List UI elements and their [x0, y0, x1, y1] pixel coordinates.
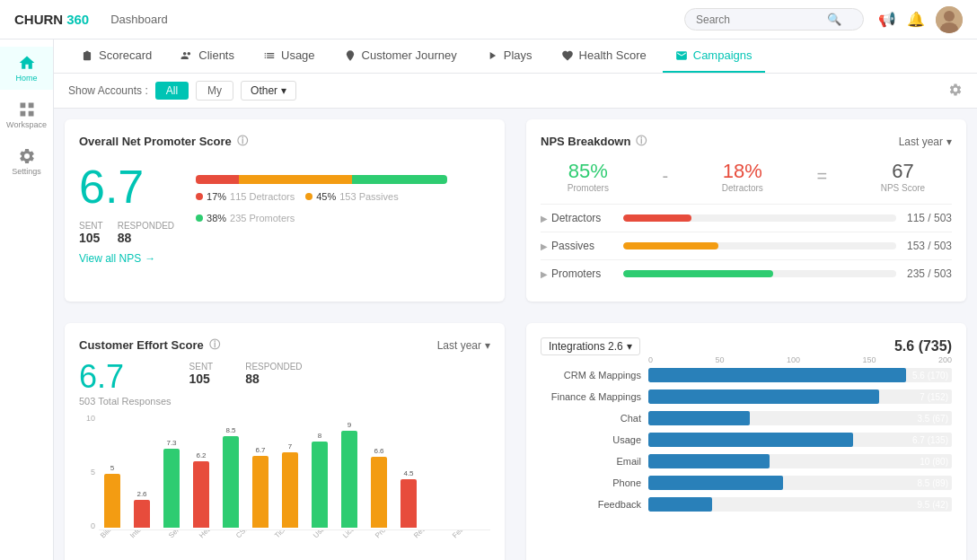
detractors-label: Detractors — [722, 183, 763, 193]
ces-bar-group: 6.2 — [188, 451, 215, 528]
bar-col — [193, 461, 209, 528]
equals-op: = — [816, 166, 827, 187]
bar-value-label: 7.3 — [166, 439, 176, 447]
integrations-select[interactable]: Integrations 2.6 ▾ — [541, 337, 640, 355]
bar-col — [134, 500, 150, 528]
bar-x-label: Feature req... — [451, 530, 490, 549]
bar-value-label: 7 — [288, 442, 292, 451]
h-bar-label: Finance & Mappings — [541, 391, 648, 402]
bar-value-label: 6.7 — [255, 446, 265, 454]
breakdown-row-label[interactable]: ▶ Promoters — [541, 267, 612, 280]
h-bar-value: 3.5 (67) — [918, 414, 948, 424]
breakdown-row: ▶ Passives 153 / 503 — [541, 232, 952, 259]
breakdown-count: 235 / 503 — [907, 267, 952, 280]
responded-label: RESPONDED — [118, 221, 174, 231]
bar-value-label: 9 — [348, 421, 351, 429]
filter-settings-icon[interactable] — [948, 83, 963, 100]
bar-red — [196, 175, 239, 184]
ces-period-selector[interactable]: Last year ▾ — [437, 339, 490, 352]
ces-bar-group: 7 — [277, 442, 304, 528]
bar-col — [312, 442, 328, 528]
search-bar[interactable]: 🔍 — [684, 8, 864, 31]
h-bar-value: 5.6 (170) — [912, 371, 948, 381]
breakdown-bar-wrap — [623, 242, 896, 249]
tab-scorecard[interactable]: Scorecard — [68, 39, 164, 73]
h-bar-wrap: 5.6 (170) — [648, 368, 952, 382]
h-bar-row: Finance & Mappings 7 (152) — [541, 389, 952, 404]
chart-y-10: 10 — [79, 414, 95, 423]
tab-plays-label: Plays — [504, 48, 533, 62]
bar-x-label: Services — [167, 530, 202, 549]
h-bar-label: CRM & Mappings — [541, 370, 648, 381]
period-selector[interactable]: Last year ▾ — [899, 136, 952, 148]
breakdown-row: ▶ Detractors 115 / 503 — [541, 204, 952, 232]
h-bar-label: Email — [541, 456, 648, 467]
legend-promoters-pct: 38% — [207, 213, 226, 223]
nps-score-label: NPS Score — [881, 183, 925, 193]
breakdown-header: NPS Breakdown ⓘ Last year ▾ — [541, 134, 952, 149]
bar-x-label: Product issues — [374, 530, 414, 549]
sidebar-label-workspace: Workspace — [6, 120, 47, 129]
h-bar-row: Usage 6.7 (135) — [541, 433, 952, 447]
btn-my[interactable]: My — [196, 81, 233, 101]
h-bar-wrap: 7 (152) — [648, 389, 952, 404]
h-bar-value: 10 (80) — [920, 457, 948, 467]
sidebar-item-workspace[interactable]: Workspace — [0, 93, 53, 136]
sidebar-item-settings[interactable]: Settings — [0, 140, 53, 183]
bar-col — [400, 479, 417, 528]
tab-scorecard-label: Scorecard — [99, 48, 152, 62]
sidebar-item-home[interactable]: Home — [0, 47, 53, 90]
breakdown-chevron-icon: ▶ — [541, 241, 548, 251]
tab-health-score[interactable]: Health Score — [549, 39, 659, 73]
breakdown-info-icon[interactable]: ⓘ — [636, 134, 647, 149]
h-bar-fill — [648, 389, 879, 404]
ces-period-chevron-icon: ▾ — [485, 339, 490, 352]
h-bar-label: Phone — [541, 477, 648, 488]
bar-col — [163, 449, 180, 528]
breakdown-formula: 85% Promoters - 18% Detractors = 67 NPS … — [541, 149, 952, 204]
breakdown-row-label[interactable]: ▶ Passives — [541, 240, 612, 252]
h-bar-label: Chat — [541, 413, 648, 424]
period-chevron-icon: ▾ — [946, 136, 952, 148]
ces-responded-label: RESPONDED — [245, 362, 302, 372]
sent-label: SENT — [79, 221, 103, 231]
tab-plays[interactable]: Plays — [473, 39, 545, 73]
breakdown-row-label[interactable]: ▶ Detractors — [541, 212, 612, 224]
bar-value-label: 2.6 — [136, 490, 146, 498]
tab-clients[interactable]: Clients — [168, 39, 247, 73]
breakdown-rows: ▶ Detractors 115 / 503 ▶ Passives 153 / … — [541, 204, 952, 287]
bar-value-label: 8.5 — [225, 426, 235, 434]
tab-campaigns[interactable]: Campaigns — [663, 39, 765, 73]
ces-info-icon[interactable]: ⓘ — [209, 337, 220, 353]
announcement-icon[interactable]: 📢 — [878, 11, 896, 28]
svg-point-1 — [944, 11, 955, 22]
h-bar-value: 9.5 (42) — [918, 500, 948, 510]
btn-all[interactable]: All — [155, 82, 189, 100]
chart-y-0: 0 — [79, 521, 95, 530]
axis-label: 0 — [648, 355, 653, 364]
h-bar-row: Chat 3.5 (67) — [541, 411, 952, 425]
h-bar-wrap: 3.5 (67) — [648, 411, 952, 425]
nps-score-formula: 67 — [881, 160, 925, 183]
legend-detractors-count: 115 Detractors — [230, 191, 295, 202]
ces-bar-group: 7.3 — [158, 439, 185, 528]
tab-customer-journey[interactable]: Customer Journey — [331, 39, 470, 73]
axis-label: 150 — [862, 355, 876, 364]
bar-x-label: Responses — [412, 530, 453, 549]
notification-icon[interactable]: 🔔 — [907, 11, 925, 28]
bar-x-label: Ticket system — [273, 530, 313, 549]
view-all-nps[interactable]: View all NPS → — [79, 245, 490, 268]
avatar[interactable] — [936, 6, 963, 33]
bar-col — [282, 452, 298, 528]
legend-passives-pct: 45% — [316, 191, 336, 202]
other-dropdown[interactable]: Other ▾ — [241, 81, 296, 101]
breakdown-chevron-icon: ▶ — [541, 214, 548, 223]
nps-info-icon[interactable]: ⓘ — [237, 134, 248, 149]
bar-x-label: Licencing — [341, 530, 378, 549]
search-input[interactable] — [696, 13, 822, 26]
h-bar-row: Feedback 9.5 (42) — [541, 497, 952, 512]
h-bar-fill — [648, 454, 770, 468]
tab-usage[interactable]: Usage — [251, 39, 328, 73]
promoters-pct: 85% — [568, 160, 609, 183]
ces-bar-group: 8.5 — [217, 426, 244, 528]
